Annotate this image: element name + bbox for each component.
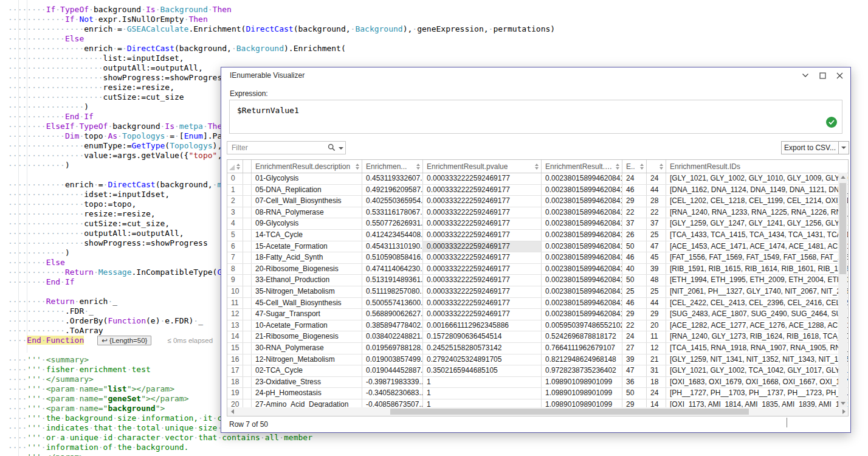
cell[interactable]: 0.511198257080... xyxy=(362,286,423,297)
cell[interactable]: 01-Glycolysis xyxy=(252,173,362,184)
cell[interactable]: 05-DNA_Replication xyxy=(252,185,362,196)
cell[interactable]: 45 xyxy=(647,252,666,263)
cell[interactable]: [SUG_2483, ACE_1807, SUG_2490, SUG_2464,… xyxy=(666,309,849,320)
cell[interactable]: 19 xyxy=(227,388,243,399)
cell[interactable]: 24 xyxy=(647,388,666,399)
cell[interactable]: 1.098901098901099 xyxy=(542,388,622,399)
cell[interactable]: 47 xyxy=(647,241,666,252)
cell[interactable]: 12 xyxy=(647,343,666,354)
cell[interactable]: [ACE_1453, ACE_1471, ACE_1474, ACE_1481,… xyxy=(666,241,849,252)
cell[interactable]: 0.8212948624968148 xyxy=(542,354,622,365)
horizontal-scrollbar-thumb[interactable] xyxy=(390,409,749,415)
cell[interactable]: 0.002380158994620841 xyxy=(542,275,622,286)
cell[interactable]: 07-Cell_Wall_Biosynthesis xyxy=(252,196,362,207)
cell[interactable]: 0.019569788128... xyxy=(362,343,423,354)
cell[interactable]: 29 xyxy=(622,309,647,320)
cell[interactable]: [RNA_1240, RNA_1233, RNA_1225, RNA_1226,… xyxy=(666,207,849,218)
table-row[interactable]: 308-RNA_Polymerase0.533116178067...0.000… xyxy=(227,207,848,219)
cell[interactable]: 8 xyxy=(227,264,243,275)
cell[interactable]: [NIT_2061, PH__1327, GLY_1740, NIT_2067,… xyxy=(666,286,849,297)
cell[interactable]: 15-Acetate_Formation xyxy=(252,241,362,252)
horizontal-scrollbar[interactable] xyxy=(227,407,848,416)
cell[interactable]: 50 xyxy=(622,275,647,286)
cell[interactable]: [TCA_1433, TCA_1415, TCA_1434, TCA_1431,… xyxy=(666,230,849,241)
cell[interactable]: 0.002380158994620841 xyxy=(542,207,622,218)
chevron-down-icon[interactable] xyxy=(801,71,810,80)
cell[interactable]: 10 xyxy=(227,286,243,297)
cell[interactable] xyxy=(243,230,252,241)
cell[interactable]: 25 xyxy=(647,286,666,297)
cell[interactable]: 24-pH_Homeostasis xyxy=(252,388,362,399)
cell[interactable]: 22 xyxy=(647,207,666,218)
cell[interactable]: 0.002380158994620841 xyxy=(542,298,622,309)
cell[interactable] xyxy=(243,218,252,229)
cell[interactable]: 08-RNA_Polymerase xyxy=(252,207,362,218)
cell[interactable]: -0.39871983339... xyxy=(362,377,423,388)
table-row[interactable]: 820-Ribosome_Biogenesis0.474114064230...… xyxy=(227,264,848,275)
vertical-scrollbar-thumb[interactable] xyxy=(839,183,846,274)
cell[interactable]: 09-Glycolysis xyxy=(252,218,362,229)
cell[interactable]: 0.3502165944685105 xyxy=(423,365,542,376)
cell[interactable]: 1 xyxy=(423,388,542,399)
cell[interactable]: 0.0003332222592469177 xyxy=(423,241,542,252)
table-row[interactable]: 1035-Nitrogen_Metabolism0.511198257080..… xyxy=(227,286,848,298)
cell[interactable]: 0.513191489361... xyxy=(362,275,423,286)
cell[interactable] xyxy=(243,207,252,218)
cell[interactable]: [ACE_1282, ACE_1277, ACE_1276, ACE_1288,… xyxy=(666,320,849,331)
cell[interactable]: 27 xyxy=(622,343,647,354)
cell[interactable]: 13 xyxy=(227,320,243,331)
cell[interactable] xyxy=(243,286,252,297)
cell[interactable]: 0.002380158994620841 xyxy=(542,286,622,297)
scroll-left-icon[interactable] xyxy=(231,409,234,414)
cell[interactable]: 39 xyxy=(647,264,666,275)
cell[interactable]: 1 xyxy=(227,185,243,196)
column-header-E..[interactable]: E.. xyxy=(622,160,647,173)
cell[interactable]: 0.454311310190... xyxy=(362,241,423,252)
cell[interactable]: [FAT_1556, FAT_1569, FAT_1549, FAT_1568,… xyxy=(666,252,849,263)
cell[interactable]: 0.24525158280573142 xyxy=(423,343,542,354)
cell[interactable]: 0.019003857499... xyxy=(362,354,423,365)
cell[interactable] xyxy=(243,331,252,342)
cell[interactable]: 23-Oxidative_Stress xyxy=(252,377,362,388)
cell[interactable]: 30-RNA_Polymerase xyxy=(252,343,362,354)
cell[interactable] xyxy=(243,185,252,196)
cell[interactable]: 0.002380158994620841 xyxy=(542,173,622,184)
cell[interactable]: [TCA_1415, RNA_1918, RNA_1907, RNA_1905,… xyxy=(666,343,849,354)
cell[interactable]: 0.0003332222592469177 xyxy=(423,196,542,207)
cell[interactable]: 0.0003332222592469177 xyxy=(423,207,542,218)
cell[interactable]: 45-Cell_Wall_Biosynthesis xyxy=(252,298,362,309)
cell[interactable]: 0.005950397486552102 xyxy=(542,320,622,331)
cell[interactable]: 0.002380158994620841 xyxy=(542,196,622,207)
table-row[interactable]: 105-DNA_Replication0.492196209587...0.00… xyxy=(227,185,848,196)
cell[interactable]: 0.474114064230... xyxy=(362,264,423,275)
table-row[interactable]: 409-Glycolysis0.550772626931...0.0003332… xyxy=(227,218,848,230)
cell[interactable]: 10-Acetate_Formation xyxy=(252,320,362,331)
cell[interactable] xyxy=(243,252,252,263)
cell[interactable]: 47-Sugar_Transport xyxy=(252,309,362,320)
column-header-EnrichmentResult.FDR[interactable]: EnrichmentResult.FDR xyxy=(542,160,622,173)
table-row[interactable]: 615-Acetate_Formation0.454311310190...0.… xyxy=(227,241,848,253)
cell[interactable]: 37 xyxy=(647,218,666,229)
cell[interactable]: 0.402550365954... xyxy=(362,196,423,207)
cell[interactable]: [OXI_1683, OXI_1679, OXI_1668, OXI_1667,… xyxy=(666,377,849,388)
cell[interactable]: 37 xyxy=(622,218,647,229)
cell[interactable]: 0.550772626931... xyxy=(362,218,423,229)
table-row[interactable]: 1421-Ribosome_Biogenesis0.038402248821..… xyxy=(227,331,848,343)
results-table[interactable]: EnrichmentResult.descriptionEnrichmen...… xyxy=(227,159,849,416)
cell[interactable] xyxy=(243,298,252,309)
scroll-right-icon[interactable] xyxy=(842,409,846,414)
cell[interactable]: 0.002380158994620841 xyxy=(542,309,622,320)
cell[interactable]: 0.0003332222592469177 xyxy=(423,264,542,275)
cell[interactable]: 44 xyxy=(647,298,666,309)
cell[interactable]: 0.0016661112962345886 xyxy=(423,320,542,331)
column-header-EnrichmentResult.IDs[interactable]: EnrichmentResult.IDs xyxy=(666,160,849,173)
cell[interactable]: 0.492196209587... xyxy=(362,185,423,196)
cell[interactable]: 0.0003332222592469177 xyxy=(423,309,542,320)
cell[interactable]: 15 xyxy=(227,343,243,354)
cell[interactable]: 0.0003332222592469177 xyxy=(423,275,542,286)
cell[interactable]: 33-Ethanol_Production xyxy=(252,275,362,286)
table-row[interactable]: 1823-Oxidative_Stress-0.39871983339...11… xyxy=(227,377,848,389)
cell[interactable]: 39 xyxy=(622,354,647,365)
close-icon[interactable] xyxy=(835,71,844,80)
cell[interactable]: 0.0003332222592469177 xyxy=(423,218,542,229)
